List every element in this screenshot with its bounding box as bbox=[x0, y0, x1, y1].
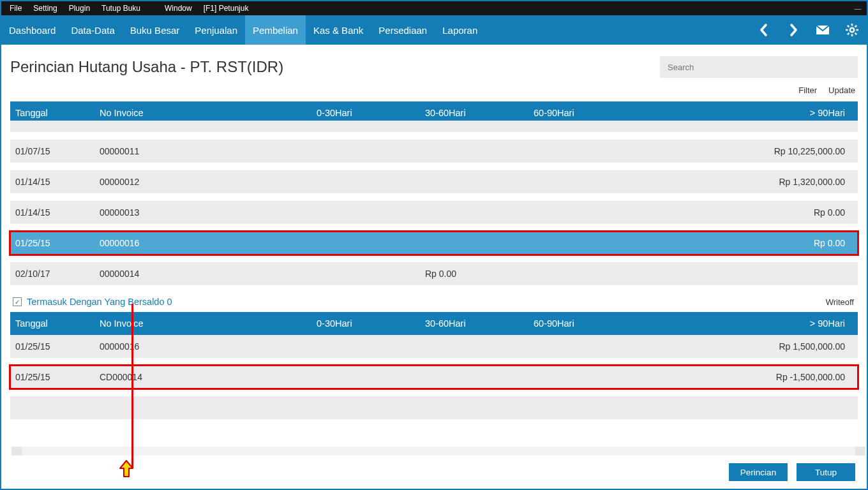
col-no-invoice[interactable]: No Invoice bbox=[100, 108, 317, 118]
cell-tanggal: 01/25/15 bbox=[10, 238, 100, 248]
cell-tanggal: 01/07/15 bbox=[10, 146, 100, 156]
col-0-30[interactable]: 0-30Hari bbox=[317, 108, 425, 118]
cell-90plus: Rp -1,500,000.00 bbox=[642, 372, 858, 382]
col-0-30[interactable]: 0-30Hari bbox=[317, 318, 425, 329]
tutup-button[interactable]: Tutup bbox=[797, 463, 855, 481]
menu-window[interactable]: Window bbox=[159, 3, 198, 14]
cell-tanggal: 01/25/15 bbox=[10, 341, 100, 352]
svg-point-1 bbox=[850, 28, 854, 32]
footer-buttons: Perincian Tutup bbox=[729, 463, 855, 481]
col-30-60[interactable]: 30-60Hari bbox=[425, 318, 534, 329]
col-90plus[interactable]: > 90Hari bbox=[642, 108, 858, 118]
page-title: Perincian Hutang Usaha - PT. RST(IDR) bbox=[10, 58, 283, 76]
horizontal-scrollbar[interactable] bbox=[11, 447, 865, 456]
cell-tanggal: 01/14/15 bbox=[10, 207, 100, 218]
main-nav: Dashboard Data-Data Buku Besar Penjualan… bbox=[1, 15, 867, 45]
table-row[interactable]: 01/25/15CD000014Rp -1,500,000.00 bbox=[10, 366, 858, 389]
nav-kas-bank[interactable]: Kas & Bank bbox=[306, 15, 371, 45]
perincian-button[interactable]: Perincian bbox=[729, 463, 788, 481]
filter-link[interactable]: Filter bbox=[798, 85, 817, 95]
content-area: Perincian Hutang Usaha - PT. RST(IDR) Fi… bbox=[1, 45, 867, 489]
svg-line-9 bbox=[848, 33, 849, 35]
cell-90plus: Rp 1,500,000.00 bbox=[642, 341, 858, 352]
nav-forward-icon[interactable] bbox=[779, 15, 808, 45]
toolbar: Filter Update bbox=[10, 82, 858, 101]
col-60-90[interactable]: 60-90Hari bbox=[534, 108, 642, 118]
writeoff-link[interactable]: Writeoff bbox=[826, 297, 855, 307]
menu-file[interactable]: File bbox=[4, 3, 27, 14]
col-60-90[interactable]: 60-90Hari bbox=[534, 318, 642, 329]
col-tanggal[interactable]: Tanggal bbox=[10, 108, 100, 118]
cell-90plus: Rp 0.00 bbox=[642, 207, 858, 218]
cell-invoice: 00000016 bbox=[100, 238, 317, 248]
cell-90plus: Rp 1,320,000.00 bbox=[642, 177, 858, 187]
cell-90plus: Rp 10,225,000.00 bbox=[642, 146, 858, 156]
annotation-line bbox=[131, 304, 133, 468]
nav-data-data[interactable]: Data-Data bbox=[63, 15, 122, 45]
col-90plus[interactable]: > 90Hari bbox=[642, 318, 858, 329]
nav-laporan[interactable]: Laporan bbox=[435, 15, 485, 45]
include-zero-balance-checkbox[interactable]: ✓ bbox=[13, 297, 22, 306]
svg-line-6 bbox=[848, 26, 849, 27]
table-row[interactable]: 01/14/1500000012Rp 1,320,000.00 bbox=[10, 170, 858, 193]
table-row[interactable]: 01/25/1500000016Rp 1,500,000.00 bbox=[10, 335, 858, 358]
window-minimize-icon[interactable]: — bbox=[851, 4, 864, 12]
nav-persediaan[interactable]: Persediaan bbox=[371, 15, 435, 45]
cell-tanggal: 01/14/15 bbox=[10, 177, 100, 187]
app-window: File Setting Plugin Tutup Buku Window [F… bbox=[0, 0, 868, 490]
mail-icon[interactable] bbox=[808, 15, 837, 45]
table-row[interactable]: 01/25/1500000016Rp 0.00 bbox=[10, 232, 858, 255]
table-row[interactable] bbox=[10, 121, 858, 132]
gear-icon[interactable] bbox=[837, 15, 867, 45]
cell-30-60: Rp 0.00 bbox=[425, 269, 534, 279]
cell-invoice: 00000013 bbox=[100, 207, 317, 218]
cell-invoice: 00000012 bbox=[100, 177, 317, 187]
nav-pembelian[interactable]: Pembelian bbox=[245, 15, 306, 45]
table-row bbox=[10, 396, 858, 419]
update-link[interactable]: Update bbox=[828, 85, 855, 95]
menubar: File Setting Plugin Tutup Buku Window [F… bbox=[1, 1, 867, 15]
nav-back-icon[interactable] bbox=[749, 15, 779, 45]
col-30-60[interactable]: 30-60Hari bbox=[425, 108, 534, 118]
cell-tanggal: 01/25/15 bbox=[10, 372, 100, 382]
include-zero-balance-row: ✓ Termasuk Dengan Yang Bersaldo 0 Writeo… bbox=[10, 293, 858, 312]
include-zero-balance-label: Termasuk Dengan Yang Bersaldo 0 bbox=[27, 297, 172, 307]
nav-buku-besar[interactable]: Buku Besar bbox=[123, 15, 188, 45]
search-input[interactable] bbox=[660, 56, 858, 78]
col-tanggal[interactable]: Tanggal bbox=[10, 318, 100, 329]
menu-plugin[interactable]: Plugin bbox=[63, 3, 96, 14]
cell-invoice: 00000011 bbox=[100, 146, 317, 156]
annotation-arrow-icon bbox=[119, 459, 134, 479]
table-row[interactable]: 01/14/1500000013Rp 0.00 bbox=[10, 201, 858, 224]
nav-dashboard[interactable]: Dashboard bbox=[1, 15, 63, 45]
menu-setting[interactable]: Setting bbox=[27, 3, 63, 14]
svg-line-8 bbox=[855, 26, 857, 27]
nav-penjualan[interactable]: Penjualan bbox=[187, 15, 245, 45]
cell-tanggal: 02/10/17 bbox=[10, 269, 100, 279]
cell-90plus: Rp 0.00 bbox=[642, 238, 858, 248]
menu-help[interactable]: [F1] Petunjuk bbox=[198, 3, 255, 14]
svg-line-7 bbox=[855, 33, 857, 35]
table-row[interactable]: 02/10/1700000014Rp 0.00 bbox=[10, 262, 858, 285]
page-header: Perincian Hutang Usaha - PT. RST(IDR) bbox=[10, 56, 858, 78]
table-row[interactable]: 01/07/1500000011Rp 10,225,000.00 bbox=[10, 140, 858, 163]
cell-invoice: 00000014 bbox=[100, 269, 317, 279]
menu-tutup-buku[interactable]: Tutup Buku bbox=[96, 3, 146, 14]
detail-table-header: Tanggal No Invoice 0-30Hari 30-60Hari 60… bbox=[10, 312, 858, 335]
